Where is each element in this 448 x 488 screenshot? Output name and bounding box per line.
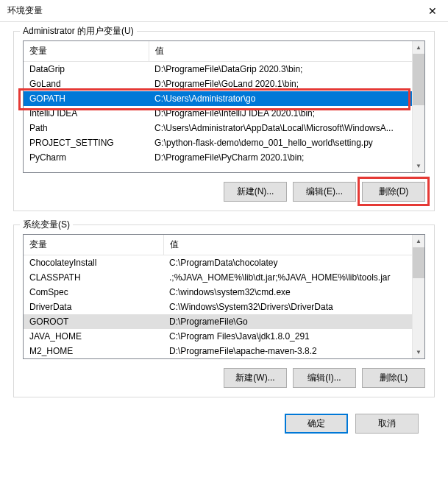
cell-value: D:\ProgrameFile\IntelliJ IDEA 2020.1\bin… bbox=[149, 106, 412, 121]
cell-value: G:\python-flask-demo\demo_001_hello_worl… bbox=[149, 135, 412, 150]
cell-value: D:\ProgrameFile\GoLand 2020.1\bin; bbox=[149, 77, 412, 91]
cell-variable: M2_HOME bbox=[24, 344, 163, 358]
table-row[interactable]: PathC:\Users\Administrator\AppData\Local… bbox=[24, 121, 412, 135]
window-title: 环境变量 bbox=[7, 4, 43, 17]
cell-variable: Path bbox=[24, 121, 149, 135]
table-row[interactable]: DataGripD:\ProgrameFile\DataGrip 2020.3\… bbox=[24, 62, 412, 77]
cell-variable: JAVA_HOME bbox=[24, 329, 163, 344]
table-row[interactable]: DriverDataC:\Windows\System32\Drivers\Dr… bbox=[24, 300, 412, 314]
user-variables-table[interactable]: 变量 值 DataGripD:\ProgrameFile\DataGrip 20… bbox=[23, 40, 425, 173]
cell-variable: IntelliJ IDEA bbox=[24, 106, 149, 121]
scroll-down-icon[interactable]: ▼ bbox=[413, 346, 424, 358]
system-variables-group: 系统变量(S) 变量 值 ChocolateyInstallC:\Program… bbox=[13, 224, 435, 397]
col-value[interactable]: 值 bbox=[149, 41, 412, 62]
cell-value: D:\ProgrameFile\apache-maven-3.8.2 bbox=[163, 344, 412, 358]
user-new-button[interactable]: 新建(N)... bbox=[224, 182, 287, 202]
user-edit-button[interactable]: 编辑(E)... bbox=[293, 182, 356, 202]
table-row[interactable]: PROJECT_SETTINGG:\python-flask-demo\demo… bbox=[24, 135, 412, 150]
table-row[interactable]: ComSpecC:\windows\system32\cmd.exe bbox=[24, 285, 412, 300]
cell-value: D:\ProgrameFile\Go bbox=[163, 314, 412, 329]
dialog-footer: 确定 取消 bbox=[12, 411, 436, 434]
table-row[interactable]: IntelliJ IDEAD:\ProgrameFile\IntelliJ ID… bbox=[24, 106, 412, 121]
user-group-label: Administrator 的用户变量(U) bbox=[20, 25, 137, 38]
cell-value: .;%JAVA_HOME%\lib\dt.jar;%JAVA_HOME%\lib… bbox=[163, 270, 412, 285]
table-row[interactable]: M2_HOMED:\ProgrameFile\apache-maven-3.8.… bbox=[24, 344, 412, 358]
user-scrollbar[interactable]: ▲ ▼ bbox=[412, 41, 424, 172]
cell-value: C:\windows\system32\cmd.exe bbox=[163, 285, 412, 300]
cell-value: C:\Program Files\Java\jdk1.8.0_291 bbox=[163, 329, 412, 344]
col-value[interactable]: 值 bbox=[163, 235, 412, 255]
cell-variable: GoLand bbox=[24, 77, 149, 91]
sys-group-label: 系统变量(S) bbox=[20, 219, 73, 231]
cell-variable: GOPATH bbox=[24, 91, 149, 106]
sys-buttons-row: 新建(W)... 编辑(I)... 删除(L) bbox=[23, 368, 425, 388]
sys-scrollbar[interactable]: ▲ ▼ bbox=[412, 235, 424, 358]
cell-value: D:\ProgrameFile\DataGrip 2020.3\bin; bbox=[149, 62, 412, 77]
cell-value: C:\Windows\System32\Drivers\DriverData bbox=[163, 300, 412, 314]
sys-delete-button[interactable]: 删除(L) bbox=[362, 368, 425, 388]
user-buttons-row: 新建(N)... 编辑(E)... 删除(D) bbox=[23, 182, 425, 202]
table-row[interactable]: CLASSPATH.;%JAVA_HOME%\lib\dt.jar;%JAVA_… bbox=[24, 270, 412, 285]
table-row[interactable]: GOROOTD:\ProgrameFile\Go bbox=[24, 314, 412, 329]
user-variables-group: Administrator 的用户变量(U) 变量 值 DataGripD:\P… bbox=[13, 31, 435, 211]
close-icon: ✕ bbox=[428, 5, 437, 17]
cell-variable: PyCharm bbox=[24, 150, 149, 165]
cell-variable: DataGrip bbox=[24, 62, 149, 77]
cell-value: D:\ProgrameFile\PyCharm 2020.1\bin; bbox=[149, 150, 412, 165]
titlebar: 环境变量 ✕ bbox=[0, 0, 448, 22]
table-row[interactable]: GOPATHC:\Users\Administrator\go bbox=[24, 91, 412, 106]
col-variable[interactable]: 变量 bbox=[24, 235, 163, 255]
table-row[interactable]: PyCharmD:\ProgrameFile\PyCharm 2020.1\bi… bbox=[24, 150, 412, 165]
scroll-up-icon[interactable]: ▲ bbox=[413, 235, 424, 247]
table-header-row: 变量 值 bbox=[24, 41, 412, 62]
close-button[interactable]: ✕ bbox=[417, 0, 448, 22]
content: Administrator 的用户变量(U) 变量 值 DataGripD:\P… bbox=[0, 22, 448, 439]
cell-value: C:\ProgramData\chocolatey bbox=[163, 255, 412, 271]
cell-value: C:\Users\Administrator\AppData\Local\Mic… bbox=[149, 121, 412, 135]
cell-variable: ComSpec bbox=[24, 285, 163, 300]
col-variable[interactable]: 变量 bbox=[24, 41, 149, 62]
cell-variable: GOROOT bbox=[24, 314, 163, 329]
table-row[interactable]: JAVA_HOMEC:\Program Files\Java\jdk1.8.0_… bbox=[24, 329, 412, 344]
cell-variable: PROJECT_SETTING bbox=[24, 135, 149, 150]
cell-value: C:\Users\Administrator\go bbox=[149, 91, 412, 106]
user-delete-button[interactable]: 删除(D) bbox=[362, 182, 425, 202]
cell-variable: CLASSPATH bbox=[24, 270, 163, 285]
table-header-row: 变量 值 bbox=[24, 235, 412, 255]
table-row[interactable]: ChocolateyInstallC:\ProgramData\chocolat… bbox=[24, 255, 412, 271]
sys-new-button[interactable]: 新建(W)... bbox=[224, 368, 287, 388]
scroll-down-icon[interactable]: ▼ bbox=[413, 160, 424, 172]
scroll-up-icon[interactable]: ▲ bbox=[413, 41, 424, 54]
system-variables-table[interactable]: 变量 值 ChocolateyInstallC:\ProgramData\cho… bbox=[23, 234, 425, 359]
ok-button[interactable]: 确定 bbox=[285, 414, 348, 434]
sys-edit-button[interactable]: 编辑(I)... bbox=[293, 368, 356, 388]
cancel-button[interactable]: 取消 bbox=[355, 414, 419, 434]
cell-variable: DriverData bbox=[24, 300, 163, 314]
table-row[interactable]: GoLandD:\ProgrameFile\GoLand 2020.1\bin; bbox=[24, 77, 412, 91]
cell-variable: ChocolateyInstall bbox=[24, 255, 163, 271]
